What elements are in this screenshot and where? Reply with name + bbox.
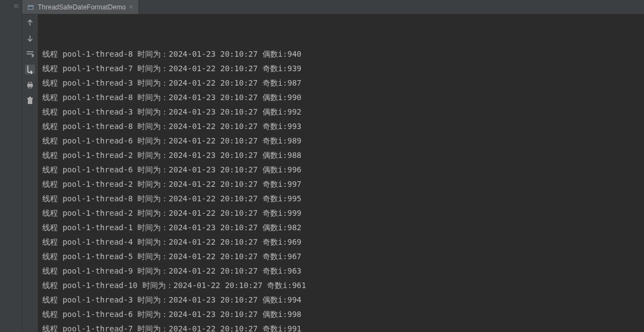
tab-title: ThreadSafeDateFormatDemo [38, 3, 126, 11]
log-line: 线程 pool-1-thread-8 时间为：2024-01-23 20:10:… [42, 90, 644, 105]
svg-rect-4 [28, 86, 32, 88]
log-line: 线程 pool-1-thread-2 时间为：2024-01-22 20:10:… [42, 206, 644, 220]
log-line: 线程 pool-1-thread-3 时间为：2024-01-22 20:10:… [42, 76, 644, 90]
gutter-label: n: [0, 2, 22, 9]
soft-wrap-icon[interactable] [25, 49, 35, 59]
log-line: 线程 pool-1-thread-4 时间为：2024-01-22 20:10:… [42, 235, 644, 249]
log-line: 线程 pool-1-thread-6 时间为：2024-01-23 20:10:… [42, 307, 644, 321]
log-line: 线程 pool-1-thread-3 时间为：2024-01-23 20:10:… [42, 293, 644, 307]
console-output[interactable]: 线程 pool-1-thread-8 时间为：2024-01-23 20:10:… [38, 14, 644, 332]
tab-run-config[interactable]: ThreadSafeDateFormatDemo × [22, 0, 139, 14]
log-line: 线程 pool-1-thread-6 时间为：2024-01-22 20:10:… [42, 133, 644, 148]
svg-rect-5 [28, 99, 32, 104]
log-line: 线程 pool-1-thread-8 时间为：2024-01-23 20:10:… [42, 47, 644, 61]
log-line: 线程 pool-1-thread-5 时间为：2024-01-22 20:10:… [42, 249, 644, 264]
log-line: 线程 pool-1-thread-6 时间为：2024-01-23 20:10:… [42, 162, 644, 177]
log-line: 线程 pool-1-thread-1 时间为：2024-01-23 20:10:… [42, 220, 644, 235]
trash-icon[interactable] [25, 96, 35, 106]
log-line: 线程 pool-1-thread-7 时间为：2024-01-22 20:10:… [42, 321, 644, 332]
svg-rect-6 [27, 98, 33, 99]
log-line: 线程 pool-1-thread-3 时间为：2024-01-23 20:10:… [42, 105, 644, 119]
log-line: 线程 pool-1-thread-8 时间为：2024-01-22 20:10:… [42, 119, 644, 133]
scroll-to-end-icon[interactable] [25, 65, 35, 75]
log-line: 线程 pool-1-thread-2 时间为：2024-01-23 20:10:… [42, 148, 644, 162]
tab-close-button[interactable]: × [129, 3, 133, 11]
tab-bar: ThreadSafeDateFormatDemo × [22, 0, 644, 14]
log-line: 线程 pool-1-thread-9 时间为：2024-01-22 20:10:… [42, 264, 644, 278]
svg-rect-1 [28, 6, 33, 7]
log-line: 线程 pool-1-thread-2 时间为：2024-01-22 20:10:… [42, 177, 644, 191]
content-wrap: 线程 pool-1-thread-8 时间为：2024-01-23 20:10:… [22, 14, 644, 332]
log-line: 线程 pool-1-thread-10 时间为：2024-01-22 20:10… [42, 278, 644, 293]
log-line: 线程 pool-1-thread-7 时间为：2024-01-22 20:10:… [42, 61, 644, 76]
left-gutter: n: [0, 0, 22, 332]
scroll-down-icon[interactable] [25, 33, 35, 43]
print-icon[interactable] [25, 80, 35, 90]
svg-rect-3 [28, 82, 32, 84]
main-area: ThreadSafeDateFormatDemo × [22, 0, 644, 332]
scroll-up-icon[interactable] [25, 18, 35, 28]
log-line: 线程 pool-1-thread-8 时间为：2024-01-22 20:10:… [42, 191, 644, 206]
run-tab-icon [28, 4, 34, 11]
side-toolbar [22, 14, 38, 332]
svg-rect-7 [29, 97, 31, 98]
